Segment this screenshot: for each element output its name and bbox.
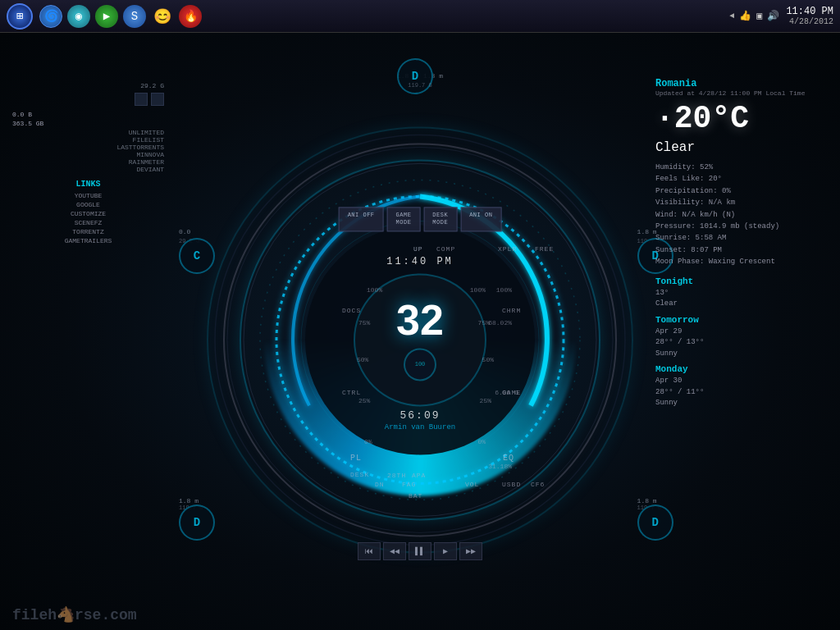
weather-condition-main: Clear — [655, 140, 828, 155]
taskbar: 🌀 ◉ ▶ S 😊 🔥 ◄ 👍 ▣ 🔊 11:40 PM 4/28/2012 — [0, 0, 840, 33]
fast-forward-button[interactable]: ▶▶ — [459, 542, 482, 560]
weather-feels-like: Feels Like: 20° — [655, 173, 828, 185]
tonight-temp: 13° — [655, 289, 669, 297]
item-lasttorrents[interactable]: LASTTORRENTS — [12, 144, 164, 151]
left-panel: 29.2 G 0.0 B 363.5 GB UNLIMITED FILELIST… — [12, 82, 164, 246]
bottom-right-d-label: D — [651, 516, 658, 529]
val-cf6: 31.18% — [488, 463, 512, 470]
label-desk: DESK — [350, 471, 369, 478]
label-eq: EQ — [503, 454, 514, 463]
hud-time-display: 11:40 PM — [386, 256, 454, 267]
tomorrow-date: Apr 29 — [655, 327, 682, 336]
label-ctrl: CTRL — [342, 389, 361, 396]
tonight-detail: 13° Clear — [655, 288, 828, 310]
tray: ◄ 👍 ▣ 🔊 11:40 PM 4/28/2012 — [729, 6, 833, 26]
tomorrow-low: 13° — [687, 338, 700, 346]
ani-on-button[interactable]: ANI ON — [460, 207, 501, 231]
item-unlimited[interactable]: UNLIMITED — [12, 129, 164, 136]
left-c-label: C — [194, 249, 200, 262]
weather-location: Romania — [655, 78, 828, 89]
taskbar-icon-5[interactable]: 🔥 — [179, 5, 202, 28]
top-circle-sub: 119.7 G — [408, 82, 431, 89]
weather-visibility: Visibility: N/A km — [655, 197, 828, 208]
left-items: UNLIMITED FILELIST LASTTORRENTS MINNOVA … — [12, 129, 164, 173]
bottom-controls: ⏮ ◀◀ ▌▌ ▶ ▶▶ — [358, 542, 482, 560]
top-buttons: ANI OFF GAMEMODE DESKMODE ANI ON — [339, 207, 502, 231]
item-deviant[interactable]: DEVIANT — [12, 166, 164, 173]
left-c-area: 0.0 C 29.2 G — [179, 228, 199, 244]
bottom-left-d-label: D — [194, 516, 200, 529]
mini-icon-1 — [135, 93, 148, 106]
tray-back-icon[interactable]: ◄ — [729, 11, 734, 21]
val-xplr: 100% — [496, 286, 512, 294]
left-size-2: 0.0 B — [12, 111, 32, 118]
track-display: 56:09 Armin van Buuren — [385, 409, 455, 431]
taskbar-icon-3[interactable]: ▶ — [95, 5, 118, 28]
left-c-circle: C — [179, 238, 215, 274]
link-torrentz[interactable]: TORRENTZ — [12, 228, 164, 235]
game-mode-button[interactable]: GAMEMODE — [387, 207, 421, 231]
center-number: 32 — [396, 299, 444, 341]
weather-sunrise: Sunrise: 5:58 AM — [655, 232, 828, 244]
taskbar-icon-1[interactable]: 🌀 — [39, 5, 62, 28]
label-bat: BAT — [409, 492, 422, 500]
tray-volume-icon[interactable]: 🔊 — [767, 10, 779, 22]
pct-50-tr: 50% — [482, 356, 494, 363]
item-rainmeter[interactable]: RAINMETER — [12, 158, 164, 166]
link-gametrailers[interactable]: GAMETRAILERS — [12, 237, 164, 244]
label-comp: COMP — [436, 245, 455, 253]
label-free: FREE — [535, 245, 554, 253]
link-google[interactable]: GOOGLE — [12, 201, 164, 208]
tray-icons: ◄ 👍 ▣ 🔊 — [729, 10, 779, 22]
mini-icon-2 — [151, 93, 164, 106]
start-button[interactable] — [7, 3, 33, 30]
hud-time: 11:40 PM — [386, 256, 454, 267]
bottom-left-d-circle: D — [179, 504, 215, 541]
sidebar-size-row: 0.0 B — [12, 111, 164, 118]
item-filelist[interactable]: FILELIST — [12, 136, 164, 144]
label-pl: PL — [350, 454, 362, 463]
taskbar-icon-2[interactable]: ◉ — [67, 5, 90, 28]
links-title: LINKS — [12, 180, 164, 189]
tomorrow-label: Tomorrow — [655, 315, 828, 325]
label-chrm: CHRM — [502, 307, 521, 314]
weather-updated: Updated at 4/28/12 11:00 PM Local Time — [655, 89, 828, 97]
weather-humidity: Humidity: 52% — [655, 162, 828, 173]
rewind-button[interactable]: ◀◀ — [383, 542, 406, 560]
pause-button[interactable]: ▌▌ — [409, 542, 431, 560]
tray-time: 11:40 PM 4/28/2012 — [786, 6, 833, 26]
left-circle-value: 0.0 — [179, 228, 199, 235]
monday-high: 28° — [655, 388, 669, 396]
weather-panel: Romania Updated at 4/28/12 11:00 PM Loca… — [655, 78, 828, 414]
bottom-left-d-area: 1.8 m D 119.7 G — [179, 497, 203, 511]
forecast-tomorrow: Tomorrow Apr 29 28°° / 13°° Sunny — [655, 315, 828, 360]
label-dn: DN — [375, 481, 385, 488]
link-scenefz[interactable]: SCENEFZ — [12, 219, 164, 226]
clock-date: 4/28/2012 — [786, 17, 833, 26]
taskbar-icon-skype[interactable]: S — [123, 5, 146, 28]
tonight-label: Tonight — [655, 276, 828, 286]
inner-indicator: 100 — [404, 348, 436, 381]
left-size-3: 363.5 GB — [12, 120, 43, 127]
pct-100-tl: 100% — [367, 286, 382, 294]
ani-off-button[interactable]: ANI OFF — [339, 207, 384, 231]
desk-mode-button[interactable]: DESKMODE — [423, 207, 457, 231]
bottom-right-value: 1.8 m — [637, 497, 661, 504]
play-button[interactable]: ▶ — [434, 542, 457, 560]
prev-prev-button[interactable]: ⏮ — [358, 542, 381, 560]
monday-detail: Apr 30 28°° / 11°° Sunny — [655, 376, 828, 409]
left-panel-header: 29.2 G — [12, 82, 164, 89]
track-artist: Armin van Buuren — [385, 423, 455, 431]
tray-thumb-icon[interactable]: 👍 — [739, 10, 751, 22]
weather-moon: Moon Phase: Waxing Crescent — [655, 256, 828, 267]
pct-25-tl: 25% — [358, 397, 370, 404]
left-size-1: 29.2 G — [12, 82, 164, 89]
link-customize[interactable]: CUSTOMIZE — [12, 210, 164, 217]
inner-indicator-label: 100 — [415, 361, 426, 368]
taskbar-icon-emoji[interactable]: 😊 — [151, 5, 174, 28]
link-youtube[interactable]: YOUTUBE — [12, 192, 164, 199]
pct-50-tl: 50% — [357, 356, 368, 363]
item-minnova[interactable]: MINNOVA — [12, 151, 164, 158]
tray-monitor-icon[interactable]: ▣ — [756, 10, 762, 22]
label-cf6: CF6 — [531, 481, 545, 488]
